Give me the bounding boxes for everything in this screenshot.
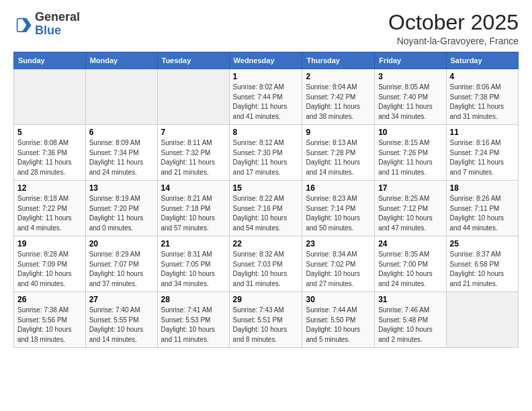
day-number: 1 (233, 72, 299, 81)
day-number: 6 (89, 128, 154, 137)
day-number: 11 (450, 128, 515, 137)
day-info: Sunrise: 8:37 AM Sunset: 6:58 PM Dayligh… (450, 250, 515, 289)
day-number: 28 (161, 295, 226, 304)
day-info: Sunrise: 8:22 AM Sunset: 7:16 PM Dayligh… (233, 194, 299, 233)
calendar-cell: 25Sunrise: 8:37 AM Sunset: 6:58 PM Dayli… (446, 236, 518, 292)
calendar-cell: 12Sunrise: 8:18 AM Sunset: 7:22 PM Dayli… (14, 181, 86, 236)
day-info: Sunrise: 7:41 AM Sunset: 5:53 PM Dayligh… (161, 306, 226, 345)
calendar-cell: 13Sunrise: 8:19 AM Sunset: 7:20 PM Dayli… (85, 181, 157, 236)
day-number: 27 (89, 295, 154, 304)
day-info: Sunrise: 8:28 AM Sunset: 7:09 PM Dayligh… (17, 250, 82, 289)
calendar-cell: 28Sunrise: 7:41 AM Sunset: 5:53 PM Dayli… (157, 292, 229, 348)
day-info: Sunrise: 8:31 AM Sunset: 7:05 PM Dayligh… (161, 250, 226, 289)
day-number: 5 (17, 128, 82, 137)
day-info: Sunrise: 8:23 AM Sunset: 7:14 PM Dayligh… (306, 194, 371, 233)
col-header-thursday: Thursday (302, 52, 375, 69)
day-info: Sunrise: 8:06 AM Sunset: 7:38 PM Dayligh… (450, 83, 515, 122)
calendar-cell: 2Sunrise: 8:04 AM Sunset: 7:42 PM Daylig… (302, 69, 375, 125)
day-number: 25 (450, 239, 515, 248)
day-number: 21 (161, 239, 226, 248)
day-info: Sunrise: 8:25 AM Sunset: 7:12 PM Dayligh… (378, 194, 442, 233)
day-info: Sunrise: 8:16 AM Sunset: 7:24 PM Dayligh… (450, 138, 515, 177)
calendar-week-2: 5Sunrise: 8:08 AM Sunset: 7:36 PM Daylig… (14, 125, 519, 181)
day-number: 18 (450, 183, 515, 193)
calendar-cell (446, 292, 518, 348)
location-subtitle: Noyant-la-Gravoyere, France (388, 36, 519, 46)
day-info: Sunrise: 8:09 AM Sunset: 7:34 PM Dayligh… (89, 138, 154, 177)
day-number: 8 (233, 128, 299, 137)
day-number: 16 (306, 183, 371, 193)
calendar-cell: 20Sunrise: 8:29 AM Sunset: 7:07 PM Dayli… (85, 236, 157, 292)
day-info: Sunrise: 8:21 AM Sunset: 7:18 PM Dayligh… (161, 194, 226, 233)
title-block: October 2025 Noyant-la-Gravoyere, France (388, 11, 519, 46)
day-number: 10 (378, 128, 442, 137)
calendar-cell: 23Sunrise: 8:34 AM Sunset: 7:02 PM Dayli… (302, 236, 375, 292)
calendar-cell: 14Sunrise: 8:21 AM Sunset: 7:18 PM Dayli… (157, 181, 229, 236)
calendar-cell (14, 69, 86, 125)
calendar-cell (157, 69, 229, 125)
day-number: 23 (306, 239, 371, 248)
day-number: 12 (17, 183, 82, 193)
day-info: Sunrise: 8:13 AM Sunset: 7:28 PM Dayligh… (306, 138, 371, 177)
calendar-cell: 9Sunrise: 8:13 AM Sunset: 7:28 PM Daylig… (302, 125, 375, 181)
calendar-cell (85, 69, 157, 125)
day-info: Sunrise: 8:02 AM Sunset: 7:44 PM Dayligh… (233, 83, 299, 122)
calendar-week-5: 26Sunrise: 7:38 AM Sunset: 5:56 PM Dayli… (14, 292, 519, 348)
calendar-cell: 31Sunrise: 7:46 AM Sunset: 5:48 PM Dayli… (375, 292, 446, 348)
calendar-table: SundayMondayTuesdayWednesdayThursdayFrid… (13, 52, 519, 348)
day-number: 2 (306, 72, 371, 81)
calendar-cell: 22Sunrise: 8:32 AM Sunset: 7:03 PM Dayli… (229, 236, 302, 292)
day-number: 17 (378, 183, 442, 193)
day-number: 9 (306, 128, 371, 137)
calendar-cell: 26Sunrise: 7:38 AM Sunset: 5:56 PM Dayli… (14, 292, 86, 348)
calendar-cell: 1Sunrise: 8:02 AM Sunset: 7:44 PM Daylig… (229, 69, 302, 125)
calendar-cell: 11Sunrise: 8:16 AM Sunset: 7:24 PM Dayli… (446, 125, 518, 181)
day-number: 19 (17, 239, 82, 248)
calendar-cell: 5Sunrise: 8:08 AM Sunset: 7:36 PM Daylig… (14, 125, 86, 181)
day-info: Sunrise: 8:08 AM Sunset: 7:36 PM Dayligh… (17, 138, 82, 177)
day-info: Sunrise: 8:04 AM Sunset: 7:42 PM Dayligh… (306, 83, 371, 122)
day-info: Sunrise: 8:15 AM Sunset: 7:26 PM Dayligh… (378, 138, 442, 177)
col-header-sunday: Sunday (14, 52, 86, 69)
day-info: Sunrise: 8:26 AM Sunset: 7:11 PM Dayligh… (450, 194, 515, 233)
day-number: 14 (161, 183, 226, 193)
calendar-cell: 30Sunrise: 7:44 AM Sunset: 5:50 PM Dayli… (302, 292, 375, 348)
calendar-cell: 27Sunrise: 7:40 AM Sunset: 5:55 PM Dayli… (85, 292, 157, 348)
day-number: 7 (161, 128, 226, 137)
calendar-cell: 4Sunrise: 8:06 AM Sunset: 7:38 PM Daylig… (446, 69, 518, 125)
calendar-header-row: SundayMondayTuesdayWednesdayThursdayFrid… (14, 52, 519, 69)
day-number: 30 (306, 295, 371, 304)
day-info: Sunrise: 7:38 AM Sunset: 5:56 PM Dayligh… (17, 306, 82, 345)
day-number: 3 (378, 72, 442, 81)
day-info: Sunrise: 8:05 AM Sunset: 7:40 PM Dayligh… (378, 83, 442, 122)
day-info: Sunrise: 7:40 AM Sunset: 5:55 PM Dayligh… (89, 306, 154, 345)
day-info: Sunrise: 7:44 AM Sunset: 5:50 PM Dayligh… (306, 306, 371, 345)
col-header-tuesday: Tuesday (157, 52, 229, 69)
day-number: 29 (233, 295, 299, 304)
calendar-cell: 29Sunrise: 7:43 AM Sunset: 5:51 PM Dayli… (229, 292, 302, 348)
calendar-cell: 6Sunrise: 8:09 AM Sunset: 7:34 PM Daylig… (85, 125, 157, 181)
calendar-cell: 15Sunrise: 8:22 AM Sunset: 7:16 PM Dayli… (229, 181, 302, 236)
month-title: October 2025 (388, 11, 519, 34)
day-info: Sunrise: 8:19 AM Sunset: 7:20 PM Dayligh… (89, 194, 154, 233)
day-info: Sunrise: 8:12 AM Sunset: 7:30 PM Dayligh… (233, 138, 299, 177)
col-header-monday: Monday (85, 52, 157, 69)
col-header-friday: Friday (375, 52, 446, 69)
page: General Blue October 2025 Noyant-la-Grav… (0, 0, 532, 411)
col-header-wednesday: Wednesday (229, 52, 302, 69)
calendar-cell: 16Sunrise: 8:23 AM Sunset: 7:14 PM Dayli… (302, 181, 375, 236)
calendar-cell: 3Sunrise: 8:05 AM Sunset: 7:40 PM Daylig… (375, 69, 446, 125)
calendar-cell: 10Sunrise: 8:15 AM Sunset: 7:26 PM Dayli… (375, 125, 446, 181)
calendar-week-4: 19Sunrise: 8:28 AM Sunset: 7:09 PM Dayli… (14, 236, 519, 292)
calendar-week-1: 1Sunrise: 8:02 AM Sunset: 7:44 PM Daylig… (14, 69, 519, 125)
day-info: Sunrise: 8:32 AM Sunset: 7:03 PM Dayligh… (233, 250, 299, 289)
day-number: 31 (378, 295, 442, 304)
calendar-cell: 7Sunrise: 8:11 AM Sunset: 7:32 PM Daylig… (157, 125, 229, 181)
calendar-cell: 24Sunrise: 8:35 AM Sunset: 7:00 PM Dayli… (375, 236, 446, 292)
day-number: 22 (233, 239, 299, 248)
calendar-cell: 8Sunrise: 8:12 AM Sunset: 7:30 PM Daylig… (229, 125, 302, 181)
day-info: Sunrise: 7:43 AM Sunset: 5:51 PM Dayligh… (233, 306, 299, 345)
day-number: 13 (89, 183, 154, 193)
day-info: Sunrise: 8:29 AM Sunset: 7:07 PM Dayligh… (89, 250, 154, 289)
logo: General Blue (13, 11, 80, 38)
